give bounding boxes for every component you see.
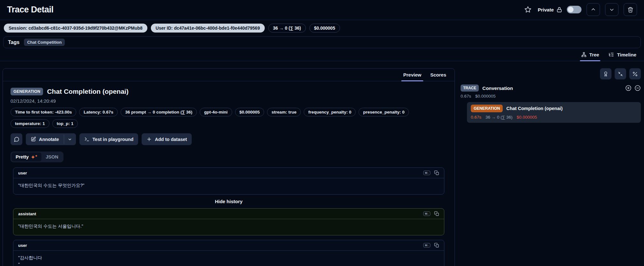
annotate-button[interactable]: Annotate <box>26 133 64 145</box>
message-role: user <box>18 243 27 248</box>
message-content: "대한민국의 수도는 서울입니다." <box>13 219 444 235</box>
scores-award-button[interactable] <box>600 68 611 79</box>
plus-circle-icon <box>625 85 632 91</box>
privacy-label: Private <box>538 7 554 12</box>
trace-cost: $0.000005 <box>475 94 496 99</box>
trace-title[interactable]: Conversation <box>482 85 513 91</box>
toggle-metrics-button[interactable] <box>629 68 641 79</box>
observation-timestamp: 02/12/2024, 14:20:49 <box>11 98 447 104</box>
playground-label: Test in playground <box>93 137 134 142</box>
expand-all-button[interactable] <box>625 85 632 91</box>
markdown-toggle-icon[interactable]: M↓ <box>423 211 430 216</box>
comments-button[interactable] <box>11 133 22 145</box>
comment-bubble-icon <box>14 137 19 142</box>
observation-title: Chat Completion (openai) <box>47 88 129 95</box>
chip-time-to-first-token: Time to first token: -423.00s <box>11 108 76 116</box>
markdown-toggle-icon[interactable]: M↓ <box>423 171 430 175</box>
sidebar-toolbar <box>461 68 641 79</box>
message-role: assistant <box>18 211 36 216</box>
trace-tree-root[interactable]: TRACE Conversation <box>461 85 641 92</box>
tree-item-generation[interactable]: GENERATION Chat Completion (openai) 0.67… <box>467 102 641 123</box>
privacy-toggle[interactable] <box>567 6 581 13</box>
chip-latency: Latency: 0.67s <box>79 108 118 116</box>
format-toggle: Pretty ✦✦ JSON <box>11 151 63 162</box>
message-header: user M↓ <box>13 240 444 251</box>
chip-presence-penalty: presence_penalty: 0 <box>359 108 409 116</box>
tree-expand-controls <box>625 85 641 91</box>
annotate-dropdown-button[interactable] <box>64 133 76 145</box>
session-badge[interactable]: Session: cd3abcd6-c81c-4037-935d-19d9f27… <box>4 24 147 33</box>
chip-frequency-penalty: frequency_penalty: 0 <box>304 108 356 116</box>
toggle-knob <box>568 7 574 12</box>
chevron-down-icon <box>68 137 72 142</box>
add-to-dataset-button[interactable]: Add to dataset <box>142 133 192 145</box>
tree-icon <box>581 52 587 57</box>
tags-label: Tags <box>8 40 19 45</box>
tab-tree-label: Tree <box>589 52 599 57</box>
copy-icon <box>434 211 439 216</box>
test-in-playground-button[interactable]: Test in playground <box>79 133 138 145</box>
view-tabs: Tree Timeline <box>0 48 644 61</box>
copy-button[interactable] <box>434 170 439 175</box>
trace-type-badge: TRACE <box>461 85 479 92</box>
trash-icon <box>627 7 633 13</box>
chip-stream: stream: true <box>267 108 301 116</box>
copy-button[interactable] <box>434 243 439 248</box>
observation-tabs: Preview Scores <box>3 69 455 81</box>
bookmark-star-button[interactable] <box>523 5 533 14</box>
token-usage-badge: 36 → 0 (∑ 36) <box>268 24 306 33</box>
chip-token-counts: 36 prompt → 0 completion (∑ 36) <box>121 108 197 116</box>
message-header-actions: M↓ <box>423 243 439 248</box>
actions-row: Annotate Test in playgroun <box>11 133 447 145</box>
message-content: "감사합니다 " <box>13 251 444 266</box>
messages-list: user M↓ "대한민국의 수도는 무엇인가요?" <box>13 167 444 266</box>
format-json-option[interactable]: JSON <box>41 152 63 161</box>
annotate-label: Annotate <box>39 137 59 142</box>
meta-badges-row: Session: cd3abcd6-c81c-4037-935d-19d9f27… <box>0 20 644 36</box>
markdown-toggle-icon[interactable]: M↓ <box>423 243 430 248</box>
collapse-all-button[interactable] <box>615 68 626 79</box>
collapse-tree-button[interactable] <box>634 85 641 91</box>
tab-timeline[interactable]: Timeline <box>609 52 636 61</box>
message-header-actions: M↓ <box>423 170 439 175</box>
generation-type-badge: GENERATION <box>471 105 503 112</box>
timeline-list-icon <box>609 52 614 57</box>
annotate-split-button: Annotate <box>26 133 76 145</box>
generation-cost: $0.000005 <box>517 115 537 120</box>
copy-icon <box>434 243 439 248</box>
tag-chat-competition[interactable]: Chat Competition <box>24 39 65 46</box>
page-title: Trace Detail <box>7 5 54 15</box>
annotate-pencil-icon <box>31 137 36 142</box>
message-header: assistant M↓ <box>13 209 444 219</box>
trace-latency: 0.67s <box>461 94 471 99</box>
generation-title: Chat Completion (openai) <box>506 106 562 111</box>
lock-icon <box>556 7 562 13</box>
observation-title-row: GENERATION Chat Completion (openai) <box>11 88 447 95</box>
tab-timeline-label: Timeline <box>617 52 636 57</box>
percent-icon <box>632 71 638 77</box>
chevron-down-icon <box>609 7 615 12</box>
sparkles-icon: ✦✦ <box>31 155 37 159</box>
next-trace-button[interactable] <box>605 3 618 16</box>
delete-trace-button[interactable] <box>624 3 637 16</box>
trace-metrics: 0.67s $0.000005 <box>461 94 641 99</box>
tab-tree[interactable]: Tree <box>581 52 599 61</box>
chip-cost: $0.000005 <box>235 108 264 116</box>
dataset-label: Add to dataset <box>155 137 187 142</box>
header-actions: Private <box>523 3 637 16</box>
tab-scores[interactable]: Scores <box>430 72 446 81</box>
chip-model[interactable]: gpt-4o-mini <box>200 108 232 116</box>
copy-button[interactable] <box>434 211 439 216</box>
message-user-1: user M↓ "대한민국의 수도는 무엇인가요?" <box>13 167 444 195</box>
chip-temperature: temperature: 1 <box>11 119 49 128</box>
format-pretty-option[interactable]: Pretty ✦✦ <box>11 152 41 161</box>
chevron-up-icon <box>590 7 596 12</box>
content-split: Preview Scores GENERATION Chat Completio… <box>0 61 644 266</box>
user-id-badge[interactable]: User ID: dc47a41e-06bc-400d-bde1-f0e440d… <box>151 24 265 33</box>
plus-icon <box>146 137 152 142</box>
minus-circle-icon <box>634 85 641 91</box>
tab-preview[interactable]: Preview <box>403 72 421 81</box>
award-icon <box>603 71 609 77</box>
hide-history-button[interactable]: Hide history <box>13 199 444 204</box>
previous-trace-button[interactable] <box>587 3 600 16</box>
